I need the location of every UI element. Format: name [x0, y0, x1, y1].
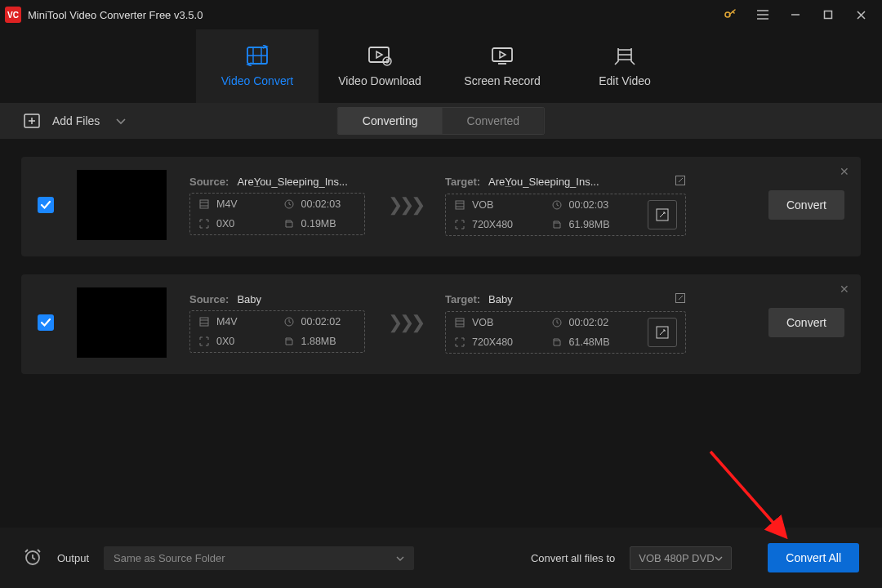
output-folder-value: Same as Source Folder — [114, 552, 225, 564]
source-info: Source: Baby M4V 00:02:02 0X0 1.88MB — [189, 293, 365, 353]
source-size: 0.19MB — [301, 218, 336, 229]
status-segment: Converting Converted — [337, 107, 545, 135]
source-label: Source: — [189, 176, 229, 188]
target-resolution: 720X480 — [472, 336, 513, 348]
convert-button[interactable]: Convert — [768, 308, 844, 337]
format-icon — [454, 317, 466, 328]
minimize-button[interactable] — [779, 0, 812, 29]
video-convert-icon — [245, 45, 270, 66]
tab-video-convert[interactable]: Video Convert — [196, 29, 318, 103]
filesize-icon — [551, 219, 563, 230]
file-card: ✕ Source: Baby M4V 00:02:02 0X0 1.88MB ❯… — [21, 274, 861, 374]
convert-all-to-label: Convert all files to — [531, 552, 615, 564]
convert-all-button[interactable]: Convert All — [768, 543, 859, 572]
segment-converted[interactable]: Converted — [443, 108, 545, 134]
edit-target-icon[interactable] — [675, 292, 686, 306]
source-resolution: 0X0 — [216, 218, 234, 229]
output-label: Output — [57, 552, 89, 564]
target-format: VOB — [472, 199, 493, 211]
clock-icon — [551, 317, 563, 328]
target-info: Target: AreYou_Sleeping_Ins... VOB 00:02… — [445, 175, 686, 236]
maximize-button[interactable] — [812, 0, 844, 29]
screen-record-icon — [490, 45, 514, 66]
filesize-icon — [283, 336, 295, 347]
filesize-icon — [551, 336, 563, 348]
source-filename: Baby — [237, 293, 365, 305]
tab-video-download[interactable]: Video Download — [318, 29, 441, 103]
item-checkbox[interactable] — [38, 314, 54, 331]
resolution-icon — [454, 219, 466, 230]
edit-target-icon[interactable] — [675, 175, 686, 189]
toolbar: Add Files Converting Converted — [0, 103, 882, 139]
add-files-button[interactable]: Add Files — [23, 113, 126, 129]
target-filename: Baby — [488, 293, 666, 305]
format-icon — [198, 316, 210, 327]
tab-label: Screen Record — [464, 74, 540, 87]
tab-label: Video Convert — [221, 74, 293, 87]
tab-edit-video[interactable]: Edit Video — [564, 29, 686, 103]
remove-item-button[interactable]: ✕ — [840, 165, 849, 178]
video-thumbnail — [77, 170, 167, 240]
file-list: ✕ Source: AreYou_Sleeping_Ins... M4V 00:… — [0, 139, 882, 528]
app-window: VC MiniTool Video Converter Free v3.5.0 … — [0, 0, 882, 588]
target-size: 61.48MB — [569, 336, 610, 348]
chevron-down-icon — [116, 114, 126, 127]
bottom-bar: Output Same as Source Folder Convert all… — [0, 528, 882, 588]
target-duration: 00:02:03 — [569, 199, 609, 211]
target-resolution: 720X480 — [472, 219, 513, 230]
svg-rect-14 — [200, 318, 208, 326]
source-format: M4V — [216, 316, 238, 327]
video-download-icon — [368, 45, 392, 66]
add-files-label: Add Files — [52, 114, 100, 127]
target-format: VOB — [472, 317, 493, 328]
file-card: ✕ Source: AreYou_Sleeping_Ins... M4V 00:… — [21, 157, 861, 256]
target-label: Target: — [445, 293, 480, 305]
format-icon — [454, 199, 466, 211]
svg-rect-2 — [369, 47, 389, 62]
source-duration: 00:02:02 — [301, 316, 341, 327]
remove-item-button[interactable]: ✕ — [840, 283, 849, 296]
video-thumbnail — [77, 287, 167, 358]
source-resolution: 0X0 — [216, 336, 234, 347]
target-settings-button[interactable] — [648, 200, 677, 229]
chevron-down-icon — [396, 552, 404, 564]
resolution-icon — [454, 336, 466, 348]
source-format: M4V — [216, 198, 238, 210]
svg-rect-11 — [456, 201, 464, 209]
convert-button[interactable]: Convert — [768, 190, 844, 220]
svg-rect-8 — [200, 200, 208, 208]
main-nav: Video Convert Video Download Screen Reco… — [0, 29, 882, 103]
unlock-key-button[interactable] — [714, 0, 746, 29]
source-info: Source: AreYou_Sleeping_Ins... M4V 00:02… — [189, 176, 365, 235]
transform-arrow-icon: ❯❯❯ — [388, 312, 422, 333]
close-button[interactable] — [844, 0, 877, 29]
output-preset-select[interactable]: VOB 480P DVD-V — [630, 546, 732, 570]
target-info-box: VOB 00:02:03 720X480 61.98MB — [445, 194, 686, 236]
schedule-icon[interactable] — [23, 547, 42, 569]
segment-converting[interactable]: Converting — [338, 108, 443, 134]
item-checkbox[interactable] — [38, 197, 54, 213]
filesize-icon — [283, 218, 295, 229]
svg-marker-6 — [500, 51, 506, 58]
resolution-icon — [198, 336, 210, 347]
titlebar: VC MiniTool Video Converter Free v3.5.0 — [0, 0, 882, 29]
clock-icon — [283, 198, 295, 210]
svg-rect-0 — [825, 11, 832, 19]
window-title: MiniTool Video Converter Free v3.5.0 — [28, 9, 203, 21]
target-size: 61.98MB — [569, 219, 610, 230]
hamburger-menu-button[interactable] — [746, 0, 779, 29]
target-label: Target: — [445, 176, 480, 188]
tab-screen-record[interactable]: Screen Record — [441, 29, 564, 103]
edit-video-icon — [612, 45, 637, 66]
chevron-down-icon — [715, 552, 723, 564]
output-folder-select[interactable]: Same as Source Folder — [104, 546, 414, 570]
source-label: Source: — [189, 293, 229, 305]
target-settings-button[interactable] — [648, 318, 677, 347]
source-info-box: M4V 00:02:03 0X0 0.19MB — [189, 193, 365, 235]
resolution-icon — [198, 218, 210, 229]
transform-arrow-icon: ❯❯❯ — [388, 194, 422, 216]
tab-label: Edit Video — [599, 74, 651, 87]
format-icon — [198, 198, 210, 210]
source-size: 1.88MB — [301, 336, 336, 347]
add-files-icon — [23, 113, 41, 129]
